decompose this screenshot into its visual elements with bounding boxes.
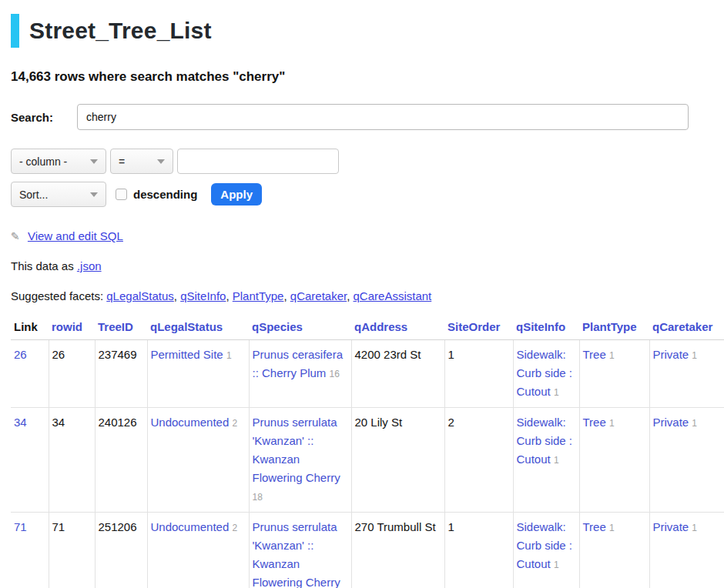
cell-link: 26 [11, 340, 49, 408]
cell-planttype: Tree 1 [579, 340, 649, 408]
descending-checkbox[interactable] [116, 189, 127, 200]
qsiteinfo-link[interactable]: Sidewalk: Curb side : Cutout [517, 520, 573, 570]
column-header-qlegalstatus[interactable]: qLegalStatus [147, 316, 249, 340]
facet-link-PlantType[interactable]: PlantType [233, 289, 284, 302]
descending-label: descending [133, 188, 197, 201]
planttype-link[interactable]: Tree [583, 416, 606, 429]
qspecies-link[interactable]: Prunus serrulata 'Kwanzan' :: Kwanzan Fl… [253, 416, 340, 484]
facet-count: 1 [692, 523, 697, 533]
cell-qaddress: 20 Lily St [351, 408, 444, 513]
pencil-icon: ✎ [11, 230, 20, 242]
cell-rowid: 71 [49, 513, 95, 588]
cell-treeid: 237469 [95, 340, 147, 408]
cell-qcaretaker: Private 1 [649, 513, 724, 588]
table-row: 7171251206Undocumented 2Prunus serrulata… [11, 513, 724, 588]
qsiteinfo-link[interactable]: Sidewalk: Curb side : Cutout [517, 348, 573, 398]
qaddress-value: 4200 23rd St [355, 348, 421, 361]
cell-qaddress: 270 Trumbull St [351, 513, 444, 588]
qcaretaker-link[interactable]: Private [653, 416, 689, 429]
link-link[interactable]: 71 [14, 520, 27, 533]
cell-qsiteinfo: Sidewalk: Curb side : Cutout 1 [513, 513, 579, 588]
apply-button[interactable]: Apply [211, 183, 262, 205]
facet-link-qCaretaker[interactable]: qCaretaker [290, 289, 347, 302]
siteorder-value: 1 [448, 348, 454, 361]
column-header-planttype[interactable]: PlantType [579, 316, 649, 340]
data-as-label: This data as [11, 259, 74, 272]
page: Street_Tree_List 14,663 rows where searc… [0, 0, 724, 588]
facet-link-qCareAssistant[interactable]: qCareAssistant [354, 289, 432, 302]
facet-count: 1 [554, 455, 559, 466]
table-header-row: LinkrowidTreeIDqLegalStatusqSpeciesqAddr… [11, 316, 724, 340]
sql-line: ✎ View and edit SQL [11, 229, 724, 242]
title-accent-bar [11, 14, 19, 48]
rowid-value: 34 [52, 416, 65, 429]
facet-count: 2 [232, 523, 237, 533]
cell-planttype: Tree 1 [579, 513, 649, 588]
json-link[interactable]: .json [77, 259, 102, 272]
column-header-treeid[interactable]: TreeID [95, 316, 147, 340]
cell-rowid: 26 [49, 340, 95, 408]
qcaretaker-link[interactable]: Private [653, 348, 689, 361]
cell-qspecies: Prunus serrulata 'Kwanzan' :: Kwanzan Fl… [249, 408, 351, 513]
facet-count: 1 [609, 418, 615, 429]
facet-count: 1 [609, 523, 615, 533]
planttype-link[interactable]: Tree [583, 348, 606, 361]
facet-count: 1 [609, 350, 615, 361]
search-input[interactable] [77, 104, 689, 130]
cell-rowid: 34 [49, 408, 95, 513]
table-row: 2626237469Permitted Site 1Prunus cerasif… [11, 340, 724, 408]
column-header-rowid[interactable]: rowid [49, 316, 95, 340]
cell-qsiteinfo: Sidewalk: Curb side : Cutout 1 [513, 408, 579, 513]
facet-count: 1 [554, 387, 559, 398]
facets-line: Suggested facets: qLegalStatus, qSiteInf… [11, 289, 724, 302]
search-label: Search: [11, 111, 77, 124]
facet-count: 1 [226, 350, 232, 361]
siteorder-value: 1 [448, 520, 454, 533]
planttype-link[interactable]: Tree [583, 520, 606, 533]
column-header-siteorder[interactable]: SiteOrder [444, 316, 513, 340]
cell-treeid: 251206 [95, 513, 147, 588]
link-link[interactable]: 34 [14, 416, 27, 429]
chevron-down-icon [157, 159, 165, 164]
qsiteinfo-link[interactable]: Sidewalk: Curb side : Cutout [517, 416, 573, 466]
operator-select-value: = [119, 155, 125, 168]
qaddress-value: 270 Trumbull St [355, 520, 436, 533]
cell-siteorder: 1 [444, 340, 513, 408]
rowid-value: 26 [52, 348, 65, 361]
facet-count: 1 [554, 560, 559, 570]
treeid-value: 251206 [99, 520, 137, 533]
cell-qlegalstatus: Permitted Site 1 [147, 340, 249, 408]
facet-link-qLegalStatus[interactable]: qLegalStatus [106, 289, 174, 302]
siteorder-value: 2 [448, 416, 454, 429]
cell-qcaretaker: Private 1 [649, 340, 724, 408]
column-header-qspecies[interactable]: qSpecies [249, 316, 351, 340]
link-link[interactable]: 26 [14, 348, 27, 361]
qcaretaker-link[interactable]: Private [653, 520, 689, 533]
qspecies-link[interactable]: Prunus serrulata 'Kwanzan' :: Kwanzan Fl… [253, 520, 340, 588]
qlegalstatus-link[interactable]: Undocumented [151, 520, 230, 533]
sort-row: Sort... descending Apply [11, 182, 724, 207]
cell-qlegalstatus: Undocumented 2 [147, 513, 249, 588]
cell-siteorder: 2 [444, 408, 513, 513]
column-header-qsiteinfo[interactable]: qSiteInfo [513, 316, 579, 340]
suggested-facets-label: Suggested facets: [11, 289, 103, 302]
cell-siteorder: 1 [444, 513, 513, 588]
page-header: Street_Tree_List [11, 14, 724, 48]
operator-select[interactable]: = [110, 149, 173, 174]
cell-qsiteinfo: Sidewalk: Curb side : Cutout 1 [513, 340, 579, 408]
rowid-value: 71 [52, 520, 65, 533]
qlegalstatus-link[interactable]: Permitted Site [151, 348, 223, 361]
column-select[interactable]: - column - [11, 149, 106, 174]
facet-link-qSiteInfo[interactable]: qSiteInfo [180, 289, 226, 302]
table-row: 3434240126Undocumented 2Prunus serrulata… [11, 408, 724, 513]
view-edit-sql-link[interactable]: View and edit SQL [28, 229, 123, 242]
qlegalstatus-link[interactable]: Undocumented [151, 416, 230, 429]
filter-value-input[interactable] [177, 149, 339, 174]
sort-select[interactable]: Sort... [11, 182, 106, 207]
cell-qlegalstatus: Undocumented 2 [147, 408, 249, 513]
column-header-qaddress[interactable]: qAddress [351, 316, 444, 340]
column-header-link: Link [11, 316, 49, 340]
facet-count: 2 [232, 418, 237, 429]
column-header-qcaretaker[interactable]: qCaretaker [649, 316, 724, 340]
cell-planttype: Tree 1 [579, 408, 649, 513]
